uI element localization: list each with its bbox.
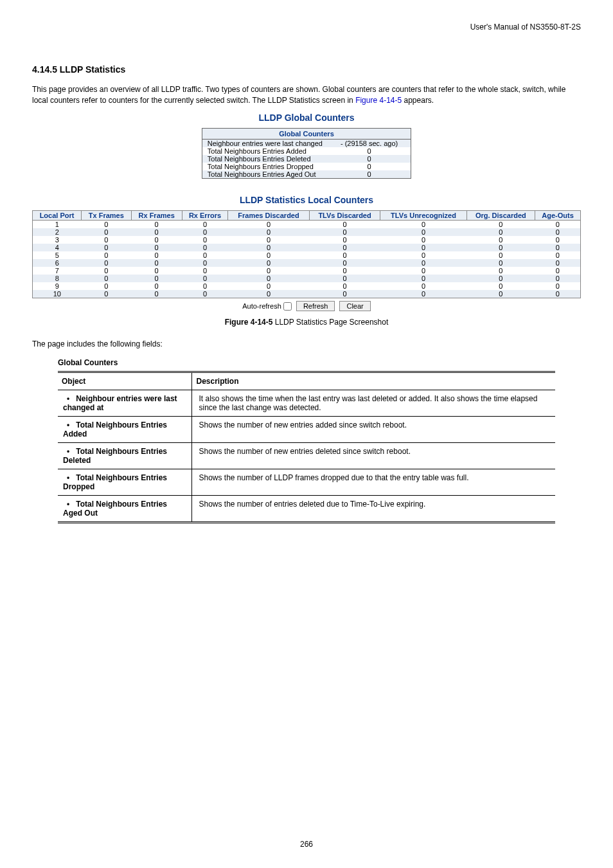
global-row-label: Total Neighbours Entries Deleted xyxy=(202,155,328,163)
description-table: Object Description Neighbour entries wer… xyxy=(58,371,555,523)
table-cell: 0 xyxy=(309,290,380,298)
table-cell: 0 xyxy=(466,267,535,275)
table-cell: 0 xyxy=(182,282,228,290)
global-row-value: 0 xyxy=(328,147,411,155)
table-cell: 0 xyxy=(182,275,228,282)
caption-text: LLDP Statistics Page Screenshot xyxy=(275,318,389,327)
desc-object: Total Neighbours Entries Added xyxy=(58,416,192,442)
table-row: 700000000 xyxy=(33,267,581,275)
table-row: 300000000 xyxy=(33,236,581,244)
table-cell: 0 xyxy=(380,236,466,244)
table-cell: 0 xyxy=(380,228,466,236)
col-header: TLVs Discarded xyxy=(309,210,380,220)
table-cell: 0 xyxy=(228,259,309,267)
table-cell: 0 xyxy=(309,251,380,259)
header-manual-title: User's Manual of NS3550-8T-2S xyxy=(470,23,581,32)
col-header: Local Port xyxy=(33,210,82,220)
global-counters-caption: Global Counters xyxy=(58,358,555,367)
table-row: 800000000 xyxy=(33,275,581,282)
table-cell: 0 xyxy=(131,244,182,251)
table-cell: 0 xyxy=(131,290,182,298)
table-cell: 0 xyxy=(82,228,132,236)
desc-object-text: Total Neighbours Entries Aged Out xyxy=(63,500,167,518)
desc-description: Shows the number of new entries added si… xyxy=(192,416,555,442)
table-cell: 0 xyxy=(228,236,309,244)
table-cell: 7 xyxy=(33,267,82,275)
desc-object-text: Neighbour entries were last changed at xyxy=(63,394,177,412)
clear-button[interactable]: Clear xyxy=(339,301,370,311)
col-header: Rx Errors xyxy=(182,210,228,220)
table-cell: 0 xyxy=(535,267,581,275)
table-cell: 0 xyxy=(228,267,309,275)
table-cell: 0 xyxy=(131,275,182,282)
col-header: Rx Frames xyxy=(131,210,182,220)
table-cell: 0 xyxy=(182,228,228,236)
table-cell: 0 xyxy=(131,259,182,267)
table-row: 100000000 xyxy=(33,220,581,228)
bullet-icon xyxy=(63,394,76,403)
desc-row: Total Neighbours Entries Aged Out Shows … xyxy=(58,495,555,522)
desc-head-description: Description xyxy=(192,372,555,390)
table-cell: 0 xyxy=(380,267,466,275)
table-cell: 0 xyxy=(131,236,182,244)
col-header: Org. Discarded xyxy=(466,210,535,220)
table-cell: 0 xyxy=(466,228,535,236)
table-cell: 0 xyxy=(82,282,132,290)
table-row: 200000000 xyxy=(33,228,581,236)
table-cell: 0 xyxy=(82,251,132,259)
col-header: TLVs Unrecognized xyxy=(380,210,466,220)
table-cell: 10 xyxy=(33,290,82,298)
table-cell: 0 xyxy=(535,259,581,267)
desc-description: Shows the number of LLDP frames dropped … xyxy=(192,469,555,495)
desc-object-text: Total Neighbours Entries Added xyxy=(63,420,167,439)
description-table-wrap: Global Counters Object Description Neigh… xyxy=(58,358,555,523)
global-row-label: Total Neighbours Entries Dropped xyxy=(202,163,328,170)
table-cell: 0 xyxy=(82,220,132,228)
table-cell: 0 xyxy=(131,220,182,228)
desc-row: Neighbour entries were last changed at I… xyxy=(58,390,555,416)
auto-refresh-checkbox[interactable] xyxy=(283,302,292,311)
desc-object: Total Neighbours Entries Deleted xyxy=(58,442,192,469)
table-cell: 0 xyxy=(309,220,380,228)
table-cell: 0 xyxy=(380,290,466,298)
table-cell: 0 xyxy=(466,220,535,228)
desc-header-row: Object Description xyxy=(58,372,555,390)
table-cell: 0 xyxy=(182,267,228,275)
table-row: 900000000 xyxy=(33,282,581,290)
desc-description: Shows the number of entries deleted due … xyxy=(192,495,555,522)
table-cell: 0 xyxy=(380,220,466,228)
lldp-local-counters-title: LLDP Statistics Local Counters xyxy=(32,195,581,205)
desc-object: Neighbour entries were last changed at xyxy=(58,390,192,416)
table-cell: 2 xyxy=(33,228,82,236)
refresh-button[interactable]: Refresh xyxy=(296,301,335,311)
table-cell: 3 xyxy=(33,236,82,244)
local-counters-header-row: Local Port Tx Frames Rx Frames Rx Errors… xyxy=(33,210,581,220)
table-cell: 0 xyxy=(182,220,228,228)
table-cell: 0 xyxy=(380,251,466,259)
table-cell: 0 xyxy=(228,228,309,236)
table-cell: 0 xyxy=(380,244,466,251)
table-cell: 0 xyxy=(535,220,581,228)
table-cell: 0 xyxy=(466,275,535,282)
table-cell: 0 xyxy=(309,275,380,282)
table-cell: 0 xyxy=(131,251,182,259)
table-cell: 0 xyxy=(535,228,581,236)
table-cell: 0 xyxy=(380,259,466,267)
figure-reference-link[interactable]: Figure 4-14-5 xyxy=(355,96,402,105)
screenshot-caption: Figure 4-14-5 LLDP Statistics Page Scree… xyxy=(32,318,581,327)
table-cell: 0 xyxy=(466,244,535,251)
controls-row: Auto-refresh Refresh Clear xyxy=(32,301,581,311)
global-row-value: 0 xyxy=(328,163,411,170)
desc-object-text: Total Neighbours Entries Deleted xyxy=(63,447,167,465)
global-counters-table-wrap: Global Counters Neighbour entries were l… xyxy=(32,128,581,179)
desc-row: Total Neighbours Entries Deleted Shows t… xyxy=(58,442,555,469)
page-number: 266 xyxy=(0,840,613,849)
lldp-global-counters-title: LLDP Global Counters xyxy=(32,113,581,123)
table-cell: 0 xyxy=(466,251,535,259)
table-cell: 5 xyxy=(33,251,82,259)
col-header: Age-Outs xyxy=(535,210,581,220)
table-cell: 0 xyxy=(380,282,466,290)
col-header: Tx Frames xyxy=(82,210,132,220)
desc-object: Total Neighbours Entries Dropped xyxy=(58,469,192,495)
table-cell: 0 xyxy=(228,244,309,251)
